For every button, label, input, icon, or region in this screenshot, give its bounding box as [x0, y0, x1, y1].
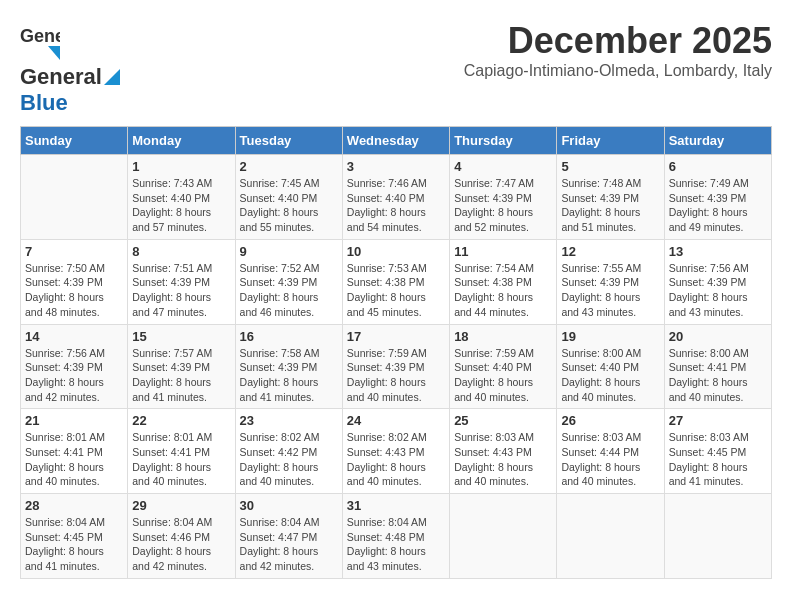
calendar-cell: 19Sunrise: 8:00 AM Sunset: 4:40 PM Dayli…	[557, 324, 664, 409]
day-info: Sunrise: 8:00 AM Sunset: 4:41 PM Dayligh…	[669, 346, 767, 405]
day-number: 10	[347, 244, 445, 259]
day-number: 8	[132, 244, 230, 259]
logo-blue: Blue	[20, 90, 68, 116]
day-info: Sunrise: 8:01 AM Sunset: 4:41 PM Dayligh…	[25, 430, 123, 489]
calendar-cell	[450, 494, 557, 579]
page-subtitle: Capiago-Intimiano-Olmeda, Lombardy, Ital…	[464, 62, 772, 80]
calendar-cell: 1Sunrise: 7:43 AM Sunset: 4:40 PM Daylig…	[128, 155, 235, 240]
day-info: Sunrise: 7:58 AM Sunset: 4:39 PM Dayligh…	[240, 346, 338, 405]
header-day-wednesday: Wednesday	[342, 127, 449, 155]
calendar-cell: 7Sunrise: 7:50 AM Sunset: 4:39 PM Daylig…	[21, 239, 128, 324]
svg-text:General: General	[20, 26, 60, 46]
day-number: 6	[669, 159, 767, 174]
calendar-cell	[664, 494, 771, 579]
day-number: 12	[561, 244, 659, 259]
day-number: 19	[561, 329, 659, 344]
calendar-cell: 30Sunrise: 8:04 AM Sunset: 4:47 PM Dayli…	[235, 494, 342, 579]
day-number: 4	[454, 159, 552, 174]
calendar-cell: 15Sunrise: 7:57 AM Sunset: 4:39 PM Dayli…	[128, 324, 235, 409]
day-info: Sunrise: 7:46 AM Sunset: 4:40 PM Dayligh…	[347, 176, 445, 235]
calendar-cell: 5Sunrise: 7:48 AM Sunset: 4:39 PM Daylig…	[557, 155, 664, 240]
calendar-cell: 2Sunrise: 7:45 AM Sunset: 4:40 PM Daylig…	[235, 155, 342, 240]
day-info: Sunrise: 7:57 AM Sunset: 4:39 PM Dayligh…	[132, 346, 230, 405]
day-number: 24	[347, 413, 445, 428]
title-area: December 2025 Capiago-Intimiano-Olmeda, …	[464, 20, 772, 80]
day-number: 28	[25, 498, 123, 513]
header-day-sunday: Sunday	[21, 127, 128, 155]
calendar-cell: 17Sunrise: 7:59 AM Sunset: 4:39 PM Dayli…	[342, 324, 449, 409]
calendar-cell: 4Sunrise: 7:47 AM Sunset: 4:39 PM Daylig…	[450, 155, 557, 240]
day-number: 16	[240, 329, 338, 344]
day-info: Sunrise: 7:47 AM Sunset: 4:39 PM Dayligh…	[454, 176, 552, 235]
day-number: 22	[132, 413, 230, 428]
day-info: Sunrise: 7:56 AM Sunset: 4:39 PM Dayligh…	[25, 346, 123, 405]
day-number: 7	[25, 244, 123, 259]
day-number: 1	[132, 159, 230, 174]
calendar-cell: 13Sunrise: 7:56 AM Sunset: 4:39 PM Dayli…	[664, 239, 771, 324]
calendar-header: SundayMondayTuesdayWednesdayThursdayFrid…	[21, 127, 772, 155]
header-day-monday: Monday	[128, 127, 235, 155]
day-info: Sunrise: 7:45 AM Sunset: 4:40 PM Dayligh…	[240, 176, 338, 235]
day-number: 18	[454, 329, 552, 344]
calendar-cell: 12Sunrise: 7:55 AM Sunset: 4:39 PM Dayli…	[557, 239, 664, 324]
week-row-1: 1Sunrise: 7:43 AM Sunset: 4:40 PM Daylig…	[21, 155, 772, 240]
day-info: Sunrise: 8:04 AM Sunset: 4:48 PM Dayligh…	[347, 515, 445, 574]
day-number: 29	[132, 498, 230, 513]
calendar-cell: 29Sunrise: 8:04 AM Sunset: 4:46 PM Dayli…	[128, 494, 235, 579]
day-number: 30	[240, 498, 338, 513]
day-info: Sunrise: 8:03 AM Sunset: 4:44 PM Dayligh…	[561, 430, 659, 489]
day-info: Sunrise: 8:03 AM Sunset: 4:45 PM Dayligh…	[669, 430, 767, 489]
calendar-cell	[557, 494, 664, 579]
day-number: 15	[132, 329, 230, 344]
calendar-cell	[21, 155, 128, 240]
header-row: SundayMondayTuesdayWednesdayThursdayFrid…	[21, 127, 772, 155]
logo: General General Blue	[20, 20, 120, 116]
calendar-cell: 18Sunrise: 7:59 AM Sunset: 4:40 PM Dayli…	[450, 324, 557, 409]
calendar-cell: 24Sunrise: 8:02 AM Sunset: 4:43 PM Dayli…	[342, 409, 449, 494]
calendar-cell: 8Sunrise: 7:51 AM Sunset: 4:39 PM Daylig…	[128, 239, 235, 324]
day-number: 2	[240, 159, 338, 174]
day-info: Sunrise: 8:03 AM Sunset: 4:43 PM Dayligh…	[454, 430, 552, 489]
day-info: Sunrise: 7:50 AM Sunset: 4:39 PM Dayligh…	[25, 261, 123, 320]
week-row-4: 21Sunrise: 8:01 AM Sunset: 4:41 PM Dayli…	[21, 409, 772, 494]
calendar-cell: 22Sunrise: 8:01 AM Sunset: 4:41 PM Dayli…	[128, 409, 235, 494]
day-number: 26	[561, 413, 659, 428]
page-title: December 2025	[464, 20, 772, 62]
day-number: 31	[347, 498, 445, 513]
day-info: Sunrise: 7:49 AM Sunset: 4:39 PM Dayligh…	[669, 176, 767, 235]
day-info: Sunrise: 7:53 AM Sunset: 4:38 PM Dayligh…	[347, 261, 445, 320]
day-number: 27	[669, 413, 767, 428]
day-info: Sunrise: 8:02 AM Sunset: 4:42 PM Dayligh…	[240, 430, 338, 489]
calendar-body: 1Sunrise: 7:43 AM Sunset: 4:40 PM Daylig…	[21, 155, 772, 579]
day-info: Sunrise: 7:52 AM Sunset: 4:39 PM Dayligh…	[240, 261, 338, 320]
day-number: 13	[669, 244, 767, 259]
calendar-cell: 25Sunrise: 8:03 AM Sunset: 4:43 PM Dayli…	[450, 409, 557, 494]
day-info: Sunrise: 8:02 AM Sunset: 4:43 PM Dayligh…	[347, 430, 445, 489]
svg-marker-2	[104, 69, 120, 85]
week-row-5: 28Sunrise: 8:04 AM Sunset: 4:45 PM Dayli…	[21, 494, 772, 579]
calendar-cell: 14Sunrise: 7:56 AM Sunset: 4:39 PM Dayli…	[21, 324, 128, 409]
calendar-cell: 31Sunrise: 8:04 AM Sunset: 4:48 PM Dayli…	[342, 494, 449, 579]
day-info: Sunrise: 8:04 AM Sunset: 4:45 PM Dayligh…	[25, 515, 123, 574]
calendar-cell: 10Sunrise: 7:53 AM Sunset: 4:38 PM Dayli…	[342, 239, 449, 324]
calendar-cell: 11Sunrise: 7:54 AM Sunset: 4:38 PM Dayli…	[450, 239, 557, 324]
day-number: 14	[25, 329, 123, 344]
day-info: Sunrise: 8:01 AM Sunset: 4:41 PM Dayligh…	[132, 430, 230, 489]
day-info: Sunrise: 7:51 AM Sunset: 4:39 PM Dayligh…	[132, 261, 230, 320]
calendar-cell: 20Sunrise: 8:00 AM Sunset: 4:41 PM Dayli…	[664, 324, 771, 409]
day-info: Sunrise: 7:43 AM Sunset: 4:40 PM Dayligh…	[132, 176, 230, 235]
calendar-cell: 23Sunrise: 8:02 AM Sunset: 4:42 PM Dayli…	[235, 409, 342, 494]
day-info: Sunrise: 8:00 AM Sunset: 4:40 PM Dayligh…	[561, 346, 659, 405]
calendar-cell: 6Sunrise: 7:49 AM Sunset: 4:39 PM Daylig…	[664, 155, 771, 240]
day-info: Sunrise: 7:48 AM Sunset: 4:39 PM Dayligh…	[561, 176, 659, 235]
page-header: General General Blue December 2025 Capia…	[20, 20, 772, 116]
day-number: 11	[454, 244, 552, 259]
calendar-cell: 16Sunrise: 7:58 AM Sunset: 4:39 PM Dayli…	[235, 324, 342, 409]
calendar-cell: 3Sunrise: 7:46 AM Sunset: 4:40 PM Daylig…	[342, 155, 449, 240]
header-day-thursday: Thursday	[450, 127, 557, 155]
header-day-tuesday: Tuesday	[235, 127, 342, 155]
day-number: 23	[240, 413, 338, 428]
day-info: Sunrise: 7:55 AM Sunset: 4:39 PM Dayligh…	[561, 261, 659, 320]
calendar-cell: 27Sunrise: 8:03 AM Sunset: 4:45 PM Dayli…	[664, 409, 771, 494]
day-number: 21	[25, 413, 123, 428]
